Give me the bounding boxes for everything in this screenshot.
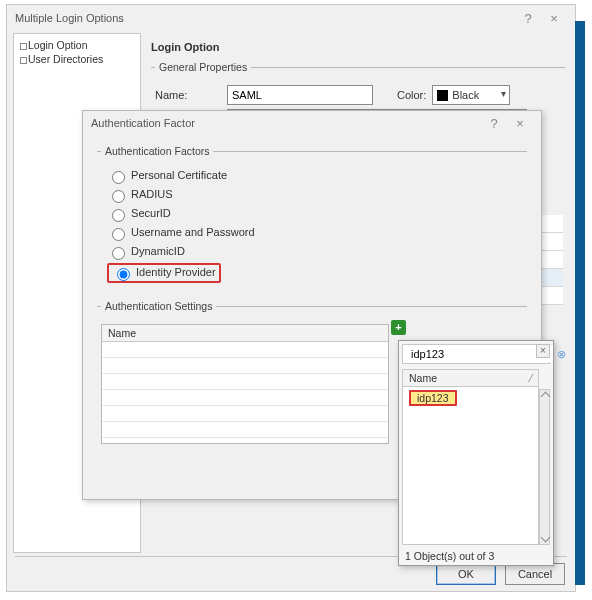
name-input[interactable] — [227, 85, 373, 105]
radio-identity-provider-input[interactable] — [117, 268, 130, 281]
add-button[interactable]: + — [391, 320, 406, 335]
general-properties-legend: General Properties — [155, 61, 251, 73]
table-row[interactable] — [102, 374, 388, 390]
popup-footer: 1 Object(s) out of 3 — [399, 547, 553, 565]
color-label: Color: — [397, 89, 426, 101]
table-row[interactable] — [102, 342, 388, 358]
color-select[interactable]: Black — [432, 85, 510, 105]
main-cancel-button[interactable]: Cancel — [505, 563, 565, 585]
popup-close-icon[interactable]: × — [536, 344, 550, 358]
radio-radius-label: RADIUS — [131, 188, 173, 200]
popup-result-list[interactable]: Name ∕ idp123 — [402, 369, 539, 545]
auth-settings-col-name: Name — [102, 325, 388, 342]
main-title: Multiple Login Options — [15, 12, 515, 24]
radio-identity-provider[interactable]: Identity Provider — [107, 263, 523, 283]
page-title: Login Option — [151, 41, 565, 53]
auth-factors-group: Authentication Factors Personal Certific… — [97, 145, 527, 290]
sort-icon[interactable]: ∕ — [530, 372, 532, 384]
auth-settings-legend: Authentication Settings — [101, 300, 216, 312]
radio-radius[interactable]: RADIUS — [107, 187, 523, 203]
radio-securid-label: SecurID — [131, 207, 171, 219]
tree-node-user-directories[interactable]: User Directories — [18, 52, 136, 66]
popup-col-name: Name — [409, 372, 437, 384]
radio-securid-input[interactable] — [112, 209, 125, 222]
main-ok-button[interactable]: OK — [436, 563, 496, 585]
radio-dynamicid[interactable]: DynamicID — [107, 244, 523, 260]
table-row[interactable] — [102, 422, 388, 438]
radio-personal-cert-label: Personal Certificate — [131, 169, 227, 181]
color-value: Black — [452, 89, 479, 101]
auth-close-icon[interactable]: × — [507, 116, 533, 131]
list-item[interactable]: idp123 — [403, 387, 538, 409]
radio-userpw[interactable]: Username and Password — [107, 225, 523, 241]
popup-scrollbar[interactable] — [539, 389, 550, 545]
radio-userpw-input[interactable] — [112, 228, 125, 241]
radio-dynamicid-label: DynamicID — [131, 245, 185, 257]
popup-search-row: ⊗ — [402, 344, 550, 364]
idp-search-popup: × ⊗ Name ∕ idp123 1 Object(s) out of 3 — [398, 340, 554, 566]
clear-search-icon[interactable]: ⊗ — [557, 348, 566, 361]
main-title-bar: Multiple Login Options ? × — [7, 5, 575, 31]
name-row: Name: Color: Black — [155, 85, 561, 105]
radio-userpw-label: Username and Password — [131, 226, 255, 238]
auth-title: Authentication Factor — [91, 117, 481, 129]
right-accent-stripe — [575, 21, 585, 585]
name-label: Name: — [155, 89, 221, 101]
help-icon[interactable]: ? — [515, 11, 541, 26]
tree-node-login-option[interactable]: Login Option — [18, 38, 136, 52]
popup-search-input[interactable] — [407, 346, 553, 362]
table-row[interactable] — [102, 406, 388, 422]
table-row[interactable] — [102, 358, 388, 374]
radio-radius-input[interactable] — [112, 190, 125, 203]
popup-list-header: Name ∕ — [403, 370, 538, 387]
main-footer: OK Cancel — [430, 563, 565, 585]
color-swatch — [437, 90, 448, 101]
table-row[interactable] — [102, 390, 388, 406]
auth-help-icon[interactable]: ? — [481, 116, 507, 131]
popup-item-idp123[interactable]: idp123 — [409, 390, 457, 406]
close-icon[interactable]: × — [541, 11, 567, 26]
auth-settings-table[interactable]: Name + — [101, 324, 389, 444]
radio-securid[interactable]: SecurID — [107, 206, 523, 222]
radio-personal-cert-input[interactable] — [112, 171, 125, 184]
radio-identity-provider-label: Identity Provider — [136, 266, 215, 278]
radio-personal-cert[interactable]: Personal Certificate — [107, 168, 523, 184]
auth-factors-legend: Authentication Factors — [101, 145, 213, 157]
radio-dynamicid-input[interactable] — [112, 247, 125, 260]
auth-title-bar: Authentication Factor ? × — [83, 111, 541, 135]
